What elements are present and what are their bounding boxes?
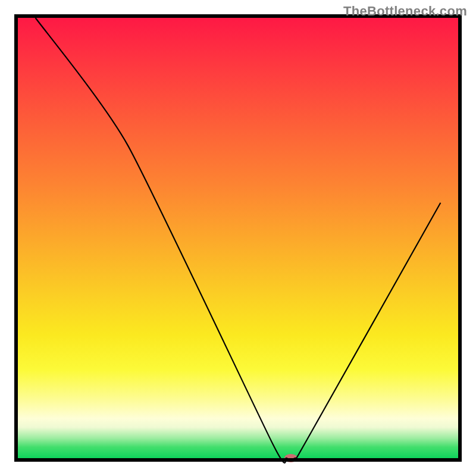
plot-background bbox=[18, 18, 458, 458]
bottleneck-chart: TheBottleneck.com bbox=[0, 0, 476, 476]
chart-svg bbox=[0, 0, 476, 476]
watermark-text: TheBottleneck.com bbox=[343, 4, 467, 19]
